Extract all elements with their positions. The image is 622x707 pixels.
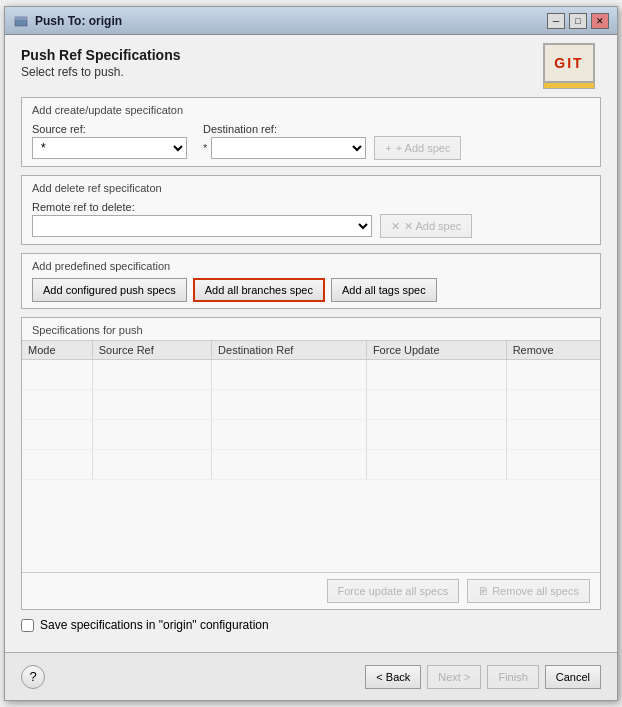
page-subtitle: Select refs to push. <box>21 65 543 79</box>
spec-table: Mode Source Ref Destination Ref Force Up… <box>22 341 600 480</box>
remote-field-row <box>32 215 372 237</box>
cancel-button[interactable]: Cancel <box>545 665 601 689</box>
remote-ref-select[interactable] <box>32 215 372 237</box>
git-logo-bar <box>543 83 595 89</box>
maximize-button[interactable]: □ <box>569 13 587 29</box>
help-button[interactable]: ? <box>21 665 45 689</box>
footer-buttons: < Back Next > Finish Cancel <box>365 665 601 689</box>
delete-spec-icon: ✕ <box>391 220 400 233</box>
header-area: Push Ref Specifications Select refs to p… <box>21 47 601 89</box>
source-field-group: Source ref: * <box>32 123 187 159</box>
col-remove: Remove <box>506 341 600 360</box>
spec-table-body <box>22 360 600 480</box>
dest-field-group: Destination ref: * <box>203 123 366 159</box>
add-spec-button-create[interactable]: + + Add spec <box>374 136 461 160</box>
finish-button[interactable]: Finish <box>487 665 538 689</box>
create-update-label: Add create/update specificaton <box>32 104 590 116</box>
predefined-buttons: Add configured push specs Add all branch… <box>32 278 590 302</box>
delete-form: Remote ref to delete: ✕ ✕ Add spec <box>32 200 590 238</box>
add-configured-push-specs-button[interactable]: Add configured push specs <box>32 278 187 302</box>
specs-section: Specifications for push Mode Source Ref … <box>21 317 601 610</box>
col-mode: Mode <box>22 341 92 360</box>
save-checkbox-label: Save specifications in "origin" configur… <box>40 618 269 632</box>
table-row <box>22 390 600 420</box>
remove-all-specs-button[interactable]: 🖹 Remove all specs <box>467 579 590 603</box>
predefined-label: Add predefined specification <box>32 260 590 272</box>
window-controls: ─ □ ✕ <box>547 13 609 29</box>
add-spec-button-delete[interactable]: ✕ ✕ Add spec <box>380 214 472 238</box>
window-title: Push To: origin <box>35 14 547 28</box>
source-ref-select[interactable]: * <box>32 137 187 159</box>
specs-label: Specifications for push <box>22 318 600 340</box>
dialog-content: Push Ref Specifications Select refs to p… <box>5 35 617 652</box>
add-spec-icon: + <box>385 142 391 154</box>
create-update-form: Source ref: * Destination ref: * <box>32 122 590 160</box>
add-all-tags-spec-button[interactable]: Add all tags spec <box>331 278 437 302</box>
dest-ref-select[interactable] <box>211 137 366 159</box>
col-force-update: Force Update <box>366 341 506 360</box>
spec-table-head: Mode Source Ref Destination Ref Force Up… <box>22 341 600 360</box>
save-row: Save specifications in "origin" configur… <box>21 618 601 632</box>
create-update-section: Add create/update specificaton Source re… <box>21 97 601 167</box>
col-dest-ref: Destination Ref <box>212 341 367 360</box>
dest-ref-label: Destination ref: <box>203 123 366 135</box>
dest-prefix: * <box>203 142 207 154</box>
predefined-section: Add predefined specification Add configu… <box>21 253 601 309</box>
remote-ref-label: Remote ref to delete: <box>32 201 372 213</box>
table-row <box>22 420 600 450</box>
source-field-row: * <box>32 137 187 159</box>
back-button[interactable]: < Back <box>365 665 421 689</box>
save-checkbox[interactable] <box>21 619 34 632</box>
header-text: Push Ref Specifications Select refs to p… <box>21 47 543 89</box>
page-title: Push Ref Specifications <box>21 47 543 63</box>
minimize-button[interactable]: ─ <box>547 13 565 29</box>
remote-field-group: Remote ref to delete: <box>32 201 372 237</box>
main-window: Push To: origin ─ □ ✕ Push Ref Specifica… <box>4 6 618 701</box>
force-update-all-specs-button[interactable]: Force update all specs <box>327 579 460 603</box>
title-bar: Push To: origin ─ □ ✕ <box>5 7 617 35</box>
svg-rect-1 <box>15 17 27 20</box>
delete-section: Add delete ref specificaton Remote ref t… <box>21 175 601 245</box>
add-all-branches-spec-button[interactable]: Add all branches spec <box>193 278 325 302</box>
window-icon <box>13 13 29 29</box>
next-button[interactable]: Next > <box>427 665 481 689</box>
git-logo: GIT <box>543 43 595 83</box>
spec-table-container: Mode Source Ref Destination Ref Force Up… <box>22 340 600 572</box>
table-row <box>22 450 600 480</box>
dialog-footer: ? < Back Next > Finish Cancel <box>5 652 617 700</box>
dest-field-row: * <box>203 137 366 159</box>
close-button[interactable]: ✕ <box>591 13 609 29</box>
spec-table-header-row: Mode Source Ref Destination Ref Force Up… <box>22 341 600 360</box>
spec-footer: Force update all specs 🖹 Remove all spec… <box>22 572 600 609</box>
source-ref-label: Source ref: <box>32 123 187 135</box>
delete-label: Add delete ref specificaton <box>32 182 590 194</box>
col-source-ref: Source Ref <box>92 341 211 360</box>
remove-icon: 🖹 <box>478 586 488 597</box>
table-row <box>22 360 600 390</box>
